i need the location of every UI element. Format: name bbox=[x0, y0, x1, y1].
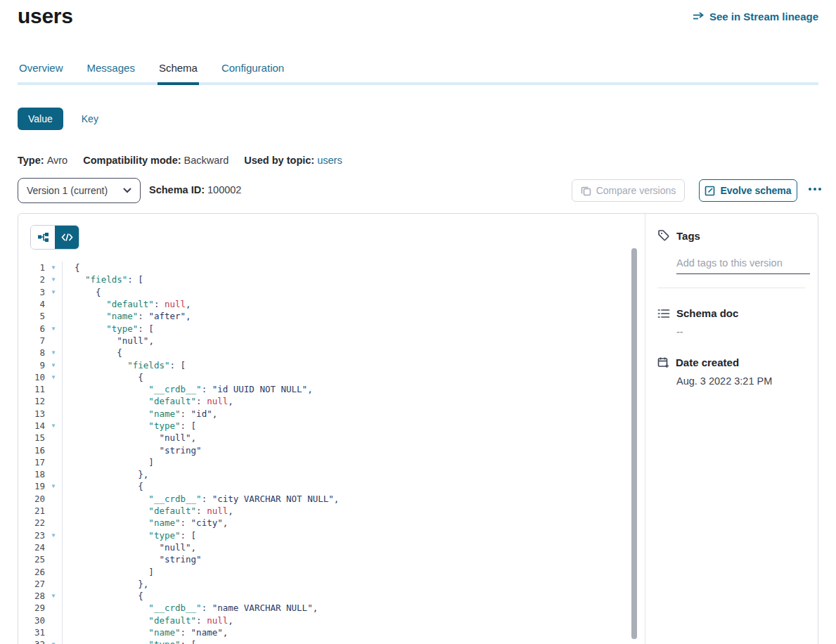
gutter: 30 bbox=[18, 614, 63, 626]
line-number: 8 bbox=[18, 347, 45, 358]
code-text: "fields": [ bbox=[63, 360, 186, 371]
fold-arrow-icon[interactable]: ▼ bbox=[45, 374, 62, 380]
line-number: 10 bbox=[18, 372, 45, 382]
gutter: 21 bbox=[18, 505, 63, 517]
tab-configuration[interactable]: Configuration bbox=[220, 62, 285, 85]
version-select[interactable]: Version 1 (current) bbox=[18, 178, 141, 203]
fold-arrow-icon[interactable]: ▼ bbox=[45, 641, 62, 644]
topic-link[interactable]: users bbox=[317, 155, 342, 166]
fold-arrow-icon[interactable]: ▼ bbox=[45, 483, 62, 489]
gutter: 14▼ bbox=[18, 420, 63, 432]
gutter: 8▼ bbox=[18, 347, 63, 359]
line-number: 19 bbox=[18, 481, 45, 491]
vertical-scrollbar[interactable] bbox=[631, 248, 637, 639]
meta-compatibility-mode: Compatibility mode: Backward bbox=[83, 155, 229, 166]
see-in-stream-lineage-link[interactable]: See in Stream lineage bbox=[693, 11, 818, 22]
code-line: 24 "null", bbox=[18, 541, 645, 553]
tree-view-icon bbox=[37, 232, 49, 243]
value-key-toggle: Value Key bbox=[18, 108, 98, 130]
code-text: "default": null, bbox=[63, 615, 233, 626]
code-line: 2▼ "fields": [ bbox=[18, 273, 645, 285]
fold-arrow-icon[interactable]: ▼ bbox=[45, 264, 62, 271]
line-number: 18 bbox=[18, 469, 45, 479]
key-tab-link[interactable]: Key bbox=[82, 113, 98, 124]
gutter: 4 bbox=[18, 298, 63, 310]
fold-arrow-icon[interactable]: ▼ bbox=[45, 593, 62, 599]
calendar-plus-icon bbox=[657, 356, 669, 368]
fold-arrow-icon[interactable]: ▼ bbox=[45, 362, 62, 368]
schema-id-value: 100002 bbox=[207, 184, 241, 195]
code-line: 22 "name": "city", bbox=[18, 517, 645, 529]
fold-arrow-icon[interactable]: ▼ bbox=[45, 289, 62, 295]
line-number: 9 bbox=[18, 360, 45, 371]
code-text: "name": "id", bbox=[63, 408, 217, 419]
gutter: 13 bbox=[18, 408, 63, 420]
code-text: "default": null, bbox=[63, 396, 233, 406]
line-number: 7 bbox=[18, 335, 45, 346]
code-line: 25 "string" bbox=[18, 553, 645, 565]
evolve-schema-button[interactable]: Evolve schema bbox=[699, 179, 797, 202]
value-tab-button[interactable]: Value bbox=[18, 108, 63, 130]
code-text: { bbox=[63, 287, 101, 297]
code-text: "type": [ bbox=[63, 639, 196, 644]
line-number: 31 bbox=[18, 627, 45, 638]
view-toggle-group bbox=[30, 225, 79, 250]
code-text: ] bbox=[63, 567, 154, 577]
fold-arrow-icon[interactable]: ▼ bbox=[45, 532, 62, 539]
fold-arrow-icon[interactable]: ▼ bbox=[45, 326, 62, 332]
code-line: 14▼ "type": [ bbox=[18, 420, 645, 432]
tags-section-header: Tags bbox=[657, 229, 806, 242]
line-number: 16 bbox=[18, 445, 45, 456]
gutter: 23▼ bbox=[18, 529, 63, 541]
code-line: 5 "name": "after", bbox=[18, 310, 645, 322]
gutter: 26 bbox=[18, 565, 63, 577]
code-text: "name": "city", bbox=[63, 517, 228, 528]
line-number: 14 bbox=[18, 420, 45, 431]
meta-value: Backward bbox=[184, 155, 229, 166]
code-text: { bbox=[63, 262, 80, 273]
schema-doc-section-header: Schema doc bbox=[657, 307, 806, 319]
sidebar-divider bbox=[657, 288, 805, 288]
code-view-icon bbox=[61, 233, 73, 242]
gutter: 19▼ bbox=[18, 480, 63, 492]
code-text: { bbox=[63, 347, 122, 358]
fold-arrow-icon[interactable]: ▼ bbox=[45, 423, 62, 429]
date-created-value: Aug. 3 2022 3:21 PM bbox=[676, 375, 806, 387]
tree-view-button[interactable] bbox=[31, 226, 55, 249]
meta-used-by-topic: Used by topic: users bbox=[244, 155, 342, 166]
fold-arrow-icon[interactable]: ▼ bbox=[45, 349, 62, 356]
tab-schema[interactable]: Schema bbox=[157, 62, 199, 85]
meta-value: Avro bbox=[47, 155, 68, 166]
gutter: 18 bbox=[18, 468, 63, 480]
code-line: 26 ] bbox=[18, 565, 645, 577]
code-editor[interactable]: 1▼{2▼ "fields": [3▼ {4 "default": null,5… bbox=[18, 262, 645, 644]
more-actions-button[interactable] bbox=[806, 185, 824, 193]
code-text: "default": null, bbox=[63, 299, 191, 309]
line-number: 17 bbox=[18, 457, 45, 468]
code-text: "name": "after", bbox=[63, 311, 191, 321]
stream-lineage-icon bbox=[693, 12, 705, 22]
code-view-button[interactable] bbox=[55, 226, 79, 249]
gutter: 10▼ bbox=[18, 371, 63, 383]
compare-versions-button[interactable]: Compare versions bbox=[572, 179, 685, 202]
code-text: { bbox=[63, 591, 143, 601]
line-number: 21 bbox=[18, 505, 45, 516]
code-text: }, bbox=[63, 469, 148, 479]
line-number: 29 bbox=[18, 603, 45, 613]
code-text: ] bbox=[63, 457, 154, 468]
code-line: 11 "__crdb__": "id UUID NOT NULL", bbox=[18, 383, 645, 395]
fold-arrow-icon[interactable]: ▼ bbox=[45, 276, 62, 283]
code-line: 32▼ "type": [ bbox=[18, 638, 645, 644]
code-line: 20 "__crdb__": "city VARCHAR NOT NULL", bbox=[18, 493, 645, 505]
gutter: 3▼ bbox=[18, 286, 63, 298]
tab-messages[interactable]: Messages bbox=[86, 62, 136, 85]
gutter: 20 bbox=[18, 493, 63, 505]
code-line: 8▼ { bbox=[18, 347, 645, 359]
date-created-title: Date created bbox=[676, 356, 739, 368]
line-number: 6 bbox=[18, 323, 45, 334]
tab-overview[interactable]: Overview bbox=[18, 62, 65, 85]
gutter: 15 bbox=[18, 432, 63, 444]
line-number: 22 bbox=[18, 517, 45, 528]
add-tags-input[interactable] bbox=[676, 257, 810, 274]
code-line: 17 ] bbox=[18, 456, 645, 468]
